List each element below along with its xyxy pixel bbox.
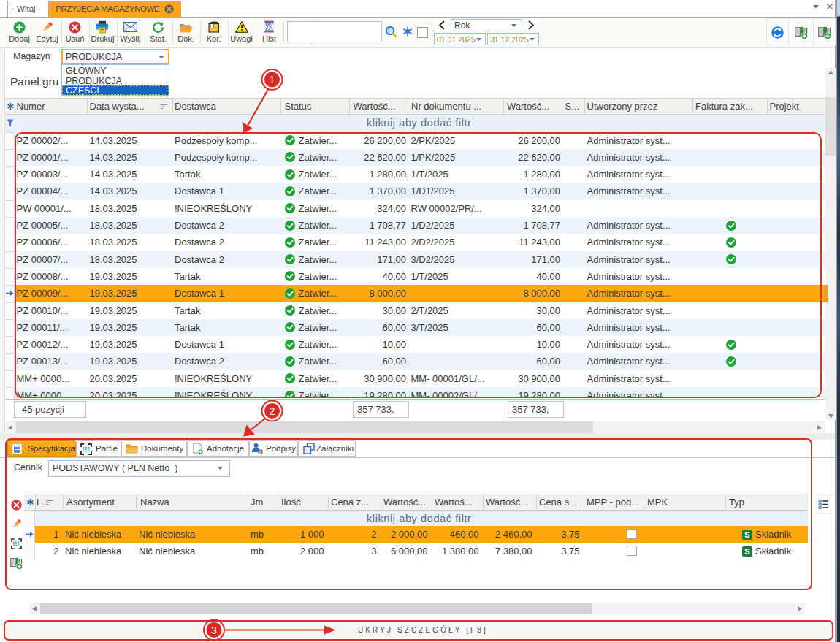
svg-text:1: 1 [270,74,275,85]
svg-text:3: 3 [211,624,217,636]
svg-text:2: 2 [270,405,275,417]
